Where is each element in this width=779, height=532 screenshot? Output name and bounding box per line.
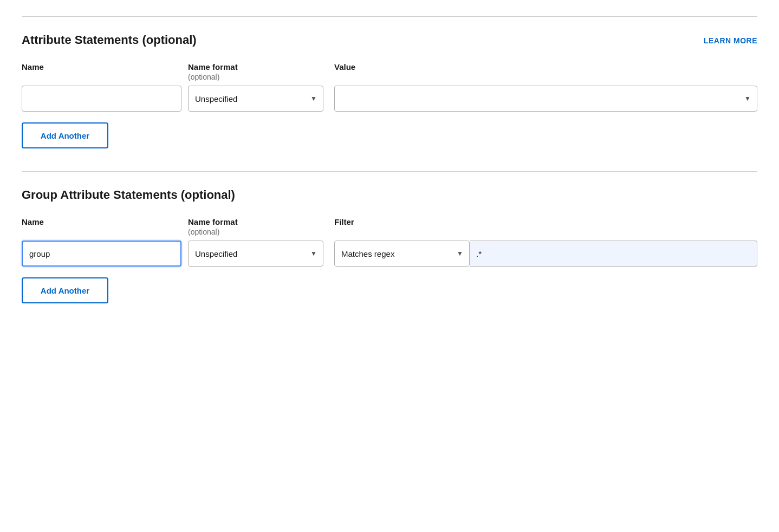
group-fields-row: Unspecified URI Reference Basic ▼ Matche…	[22, 241, 757, 267]
attribute-add-another-button[interactable]: Add Another	[22, 122, 108, 148]
group-fields-header: Name Name format (optional) Filter	[22, 217, 757, 236]
group-col-nameformat-label: Name format	[188, 217, 323, 226]
group-col-name-header: Name	[22, 217, 181, 226]
group-name-input[interactable]	[22, 241, 181, 267]
attribute-name-input[interactable]	[22, 86, 181, 112]
group-col-name-label: Name	[22, 217, 181, 226]
attribute-statements-title: Attribute Statements (optional)	[22, 33, 197, 47]
group-col-filter-header: Filter	[334, 217, 757, 226]
attribute-value-input[interactable]	[334, 86, 757, 112]
section-divider	[22, 171, 757, 172]
group-add-another-button[interactable]: Add Another	[22, 277, 108, 303]
group-filter-select-wrapper: Matches regex Starts with Equals Contain…	[334, 241, 470, 267]
group-name-format-wrapper: Unspecified URI Reference Basic ▼	[188, 241, 323, 267]
group-filter-row: Matches regex Starts with Equals Contain…	[334, 241, 757, 267]
attribute-name-format-select[interactable]: Unspecified URI Reference Basic	[188, 86, 323, 112]
learn-more-link[interactable]: LEARN MORE	[704, 36, 757, 45]
attribute-statements-section: Attribute Statements (optional) LEARN MO…	[22, 33, 757, 47]
group-col-nameformat-sub: (optional)	[188, 228, 323, 236]
col-value-label: Value	[334, 62, 757, 72]
col-nameformat-sub: (optional)	[188, 73, 323, 81]
attribute-name-format-wrapper: Unspecified URI Reference Basic ▼	[188, 86, 323, 112]
attribute-value-wrapper: ▼	[334, 86, 757, 112]
col-name-header: Name	[22, 62, 181, 72]
group-filter-value-input[interactable]	[470, 241, 757, 267]
col-nameformat-header: Name format (optional)	[188, 62, 323, 81]
col-value-header: Value	[334, 62, 757, 72]
group-col-nameformat-header: Name format (optional)	[188, 217, 323, 236]
group-name-format-select[interactable]: Unspecified URI Reference Basic	[188, 241, 323, 267]
attribute-fields-header: Name Name format (optional) Value	[22, 62, 757, 81]
attribute-fields-row: Unspecified URI Reference Basic ▼ ▼	[22, 86, 757, 112]
group-filter-select[interactable]: Matches regex Starts with Equals Contain…	[334, 241, 470, 267]
group-attribute-statements-title: Group Attribute Statements (optional)	[22, 188, 235, 202]
col-name-label: Name	[22, 62, 181, 72]
top-divider	[22, 16, 757, 17]
col-nameformat-label: Name format	[188, 62, 323, 72]
group-attribute-statements-section: Group Attribute Statements (optional)	[22, 188, 757, 202]
group-col-filter-label: Filter	[334, 217, 757, 226]
